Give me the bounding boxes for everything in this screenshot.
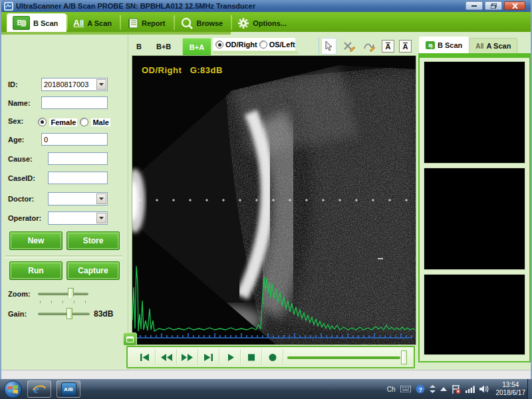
svg-text:?: ? (418, 386, 422, 393)
new-button[interactable]: New (9, 231, 63, 250)
measure-curve-tool-button[interactable] (361, 38, 376, 55)
skip-end-button[interactable] (198, 349, 219, 365)
window-title: UltraScanner A/B Scan PROBE SN: BPBHLA01… (16, 2, 255, 10)
stop-button[interactable] (241, 349, 262, 365)
browse-icon (180, 17, 194, 29)
fast-forward-button[interactable] (177, 349, 198, 365)
male-radio-circle[interactable] (80, 118, 88, 126)
age-label: Age: (8, 136, 24, 144)
measure-curve-icon (363, 41, 375, 52)
male-radio[interactable]: Male (80, 116, 110, 128)
minimize-button[interactable] (466, 1, 483, 10)
gain-label: Gain: (8, 310, 27, 318)
system-tray: Ch ? 13:54 2018/6/17 (387, 379, 525, 399)
gain-slider-thumb[interactable] (66, 308, 72, 319)
capture-button[interactable]: Capture (66, 261, 120, 280)
show-desktop-button[interactable] (527, 379, 532, 399)
svg-text:e: e (34, 383, 39, 396)
female-radio-circle[interactable] (38, 118, 47, 126)
eye-underline (213, 51, 298, 54)
gallery-tab-a-label: A Scan (487, 42, 511, 50)
help-icon[interactable]: ? (416, 384, 425, 394)
caseid-field[interactable] (48, 172, 108, 184)
mode-b[interactable]: B (136, 43, 142, 51)
os-left-radio[interactable] (259, 41, 267, 49)
gallery-tab-b-scan[interactable]: B) B Scan (419, 37, 469, 53)
female-radio[interactable]: Female (38, 116, 77, 128)
tab-options[interactable]: Options... (232, 14, 295, 32)
od-right-label: OD/Right (225, 41, 257, 49)
store-button[interactable]: Store (66, 231, 120, 250)
taskbar-ie-button[interactable]: e (27, 380, 51, 398)
tab-b-scan[interactable]: B))) B Scan (7, 13, 66, 32)
thumbnail-1[interactable] (424, 61, 525, 164)
gallery-tabs: B) B Scan A‖ A Scan (419, 37, 517, 53)
text-tool-button[interactable]: A (382, 40, 394, 53)
zoom-slider-ticks (40, 301, 86, 303)
play-button[interactable] (219, 349, 241, 365)
operator-label: Operator: (8, 214, 41, 222)
id-label: ID: (8, 80, 18, 88)
doctor-dropdown-button[interactable] (96, 194, 106, 204)
run-button[interactable]: Run (9, 261, 63, 280)
tab-browse[interactable]: Browse (175, 14, 231, 32)
tab-a-scan[interactable]: A‖ A Scan (68, 14, 120, 32)
measure-cross-tool-button[interactable] (341, 38, 356, 55)
operator-dropdown-button[interactable] (96, 213, 106, 223)
doctor-combobox[interactable] (48, 192, 108, 205)
titlebar: UltraScanner A/B Scan PROBE SN: BPBHLA01… (1, 0, 531, 12)
clock-date: 2018/6/17 (496, 389, 526, 396)
tab-report[interactable]: Report (121, 14, 173, 32)
thumbnail-3[interactable] (424, 274, 525, 355)
gallery-tab-a-scan[interactable]: A‖ A Scan (469, 38, 517, 53)
cine-slider-track[interactable] (287, 356, 400, 359)
od-right-radio[interactable] (215, 41, 223, 49)
keyboard-icon[interactable] (400, 386, 411, 392)
name-field[interactable] (41, 96, 108, 109)
mode-b-plus-b[interactable]: B+B (156, 43, 171, 51)
zoom-slider-track[interactable] (38, 293, 88, 295)
id-combobox[interactable]: 20180817003 (41, 78, 108, 91)
cause-label: Cause: (8, 155, 33, 163)
sex-label: Sex: (8, 117, 23, 125)
a-scan-icon: A‖ (73, 18, 84, 28)
action-center-flag-icon[interactable] (452, 385, 461, 394)
operator-combobox[interactable] (48, 211, 108, 225)
gain-slider-track[interactable] (38, 313, 90, 315)
language-indicator[interactable]: Ch (387, 386, 396, 393)
mode-b-plus-a[interactable]: B+A (182, 38, 211, 57)
cursor-tool-button[interactable] (321, 38, 336, 55)
taskbar-ab-scan-button[interactable]: A/B (57, 380, 80, 398)
cine-slider-thumb[interactable] (401, 350, 407, 364)
zoom-slider-thumb[interactable] (68, 288, 74, 299)
tab-b-scan-label: B Scan (33, 19, 58, 27)
show-hidden-icons[interactable] (440, 387, 447, 391)
eye-select-group: OD/Right OS/Left (213, 38, 295, 51)
tab-report-label: Report (142, 19, 165, 27)
statusbar (1, 370, 531, 379)
close-button[interactable] (504, 1, 525, 10)
os-left-label: OS/Left (269, 41, 295, 49)
ultrasound-canvas[interactable]: OD/Right G:83dB (132, 55, 416, 345)
updown-arrows-icon[interactable] (430, 385, 436, 393)
taskbar-clock[interactable]: 13:54 2018/6/17 (496, 381, 526, 397)
age-field[interactable] (41, 133, 108, 146)
cause-field[interactable] (48, 152, 108, 165)
main-menubar: B))) B Scan A‖ A Scan Report Browse Opti… (1, 12, 531, 32)
id-dropdown-button[interactable] (96, 79, 106, 90)
cursor-icon (325, 41, 332, 51)
skip-start-button[interactable] (134, 349, 156, 365)
record-button[interactable] (262, 349, 283, 365)
zoom-label: Zoom: (8, 290, 31, 298)
text-tool-alt-button[interactable]: A (399, 40, 412, 53)
rewind-button[interactable] (156, 349, 177, 365)
cine-slider[interactable] (287, 347, 408, 367)
start-button[interactable] (4, 380, 22, 398)
network-icon[interactable] (466, 386, 475, 393)
clock-time: 13:54 (502, 381, 519, 388)
maximize-button[interactable] (485, 1, 502, 10)
thumbnail-2[interactable] (424, 168, 525, 270)
frame-tool-button[interactable] (123, 332, 137, 346)
gallery-a-icon: A‖ (475, 43, 483, 50)
volume-icon[interactable] (479, 385, 489, 393)
